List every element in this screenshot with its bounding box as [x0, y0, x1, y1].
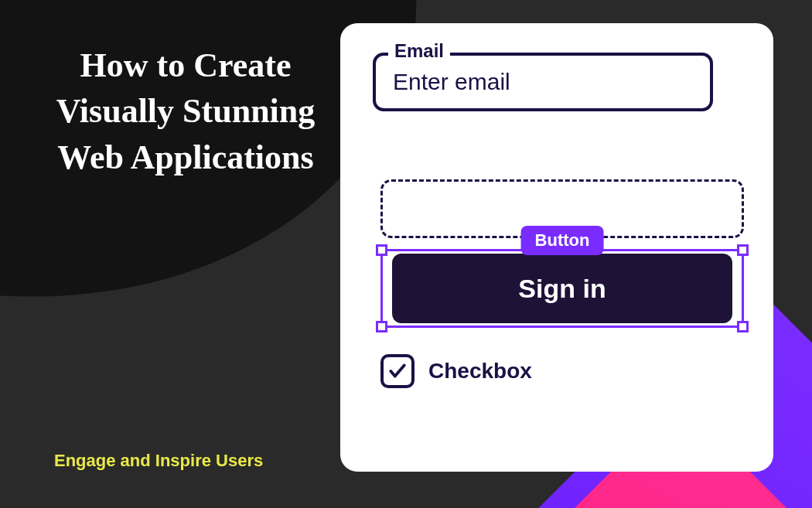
- signin-button[interactable]: Sign in: [392, 254, 732, 323]
- banner-canvas: How to Create Visually Stunning Web Appl…: [0, 0, 812, 508]
- form-card: Email Button Sign in: [340, 23, 773, 472]
- button-tag-label: Button: [521, 226, 604, 255]
- selection-handle-bl[interactable]: [376, 321, 387, 332]
- selection-handle-tr[interactable]: [737, 244, 749, 256]
- email-field-group: Email: [373, 53, 713, 111]
- headline-text: How to Create Visually Stunning Web Appl…: [46, 43, 325, 180]
- email-label-wrap: Email: [388, 40, 450, 62]
- selection-handle-br[interactable]: [737, 321, 749, 332]
- button-selection-area: Button Sign in: [380, 243, 744, 334]
- selection-handle-tl[interactable]: [376, 244, 387, 256]
- selection-line-bottom: [380, 326, 744, 328]
- checkbox-row: Checkbox: [380, 354, 750, 388]
- checkbox-label: Checkbox: [428, 359, 532, 384]
- selection-line-left: [380, 249, 383, 328]
- selection-frame: Sign in: [380, 243, 744, 334]
- checkbox-input[interactable]: [380, 354, 415, 388]
- email-label: Email: [394, 40, 444, 62]
- check-icon: [387, 361, 408, 381]
- selection-line-right: [742, 249, 744, 328]
- subheadline-text: Engage and Inspire Users: [54, 451, 263, 471]
